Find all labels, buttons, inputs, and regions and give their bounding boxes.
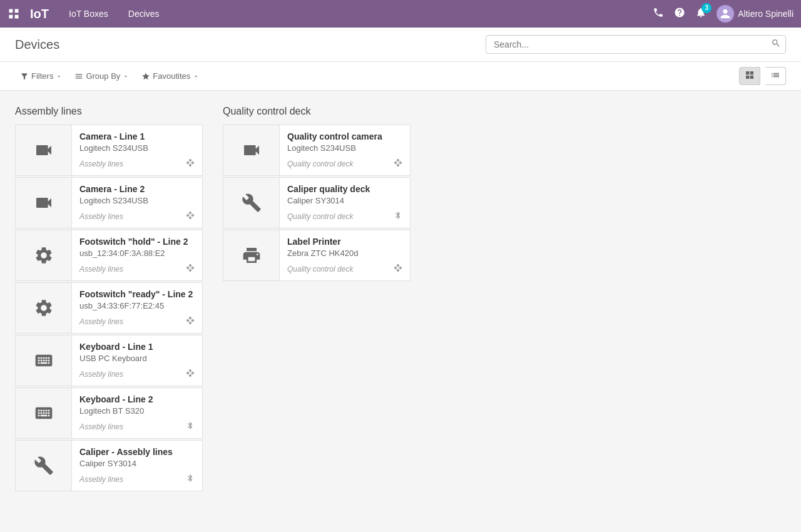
nav-decives[interactable]: Decives bbox=[123, 6, 165, 21]
device-footer: Assebly lines bbox=[79, 158, 195, 169]
device-link-icon[interactable] bbox=[186, 421, 195, 432]
device-footer: Assebly lines bbox=[79, 474, 195, 484]
view-list-button[interactable] bbox=[765, 67, 786, 85]
device-link-icon[interactable] bbox=[394, 211, 402, 222]
device-group: Assebly lines bbox=[79, 422, 123, 431]
device-icon-wrench bbox=[223, 178, 280, 228]
group-by-button[interactable]: Group By bbox=[69, 69, 134, 83]
favourites-button[interactable]: Favoutites bbox=[136, 69, 204, 83]
device-link-icon[interactable] bbox=[186, 211, 195, 222]
device-name: Caliper - Assebly lines bbox=[79, 447, 195, 457]
device-model: Logitech S234USB bbox=[287, 143, 402, 153]
user-avatar bbox=[717, 5, 734, 23]
device-link-icon[interactable] bbox=[186, 158, 195, 169]
filters-label: Filters bbox=[31, 71, 53, 81]
device-model: usb_34:33:6F:77:E2:45 bbox=[79, 301, 195, 310]
device-info: Camera - Line 2Logitech S234USBAssebly l… bbox=[72, 178, 202, 228]
device-icon-keyboard bbox=[16, 388, 72, 438]
device-name: Camera - Line 1 bbox=[79, 131, 195, 141]
device-model: Caliper SY3014 bbox=[79, 459, 195, 468]
nav-iot-boxes[interactable]: IoT Boxes bbox=[64, 6, 113, 21]
device-icon-camera bbox=[16, 125, 72, 175]
phone-icon[interactable] bbox=[653, 7, 664, 21]
help-icon[interactable] bbox=[674, 7, 685, 21]
device-group: Quality control deck bbox=[287, 265, 353, 274]
device-model: USB PC Keyboard bbox=[79, 354, 195, 363]
device-info: Quality control cameraLogitech S234USBQu… bbox=[280, 125, 410, 175]
device-info: Keyboard - Line 1USB PC KeyboardAssebly … bbox=[72, 335, 202, 386]
device-link-icon[interactable] bbox=[394, 158, 402, 169]
device-info: Keyboard - Line 2Logitech BT S320Assebly… bbox=[72, 388, 202, 438]
top-navigation: IoT IoT Boxes Decives 3 Altiero Spinelli bbox=[0, 0, 801, 28]
apps-menu-button[interactable] bbox=[8, 8, 20, 20]
device-group: Assebly lines bbox=[79, 475, 123, 484]
device-card[interactable]: Footswitch "ready" - Line 2usb_34:33:6F:… bbox=[15, 282, 203, 334]
toolbar: Filters Group By Favoutites bbox=[0, 62, 801, 91]
device-link-icon[interactable] bbox=[186, 263, 195, 274]
main-content: Assembly linesCamera - Line 1Logitech S2… bbox=[0, 91, 801, 508]
filters-button[interactable]: Filters bbox=[15, 69, 67, 83]
device-group: Assebly lines bbox=[79, 212, 123, 221]
device-footer: Quality control deck bbox=[287, 211, 402, 222]
topnav-right: 3 Altiero Spinelli bbox=[653, 5, 793, 23]
device-card[interactable]: Quality control cameraLogitech S234USBQu… bbox=[223, 125, 411, 176]
device-model: Logitech BT S320 bbox=[79, 406, 195, 416]
device-group: Assebly lines bbox=[79, 370, 123, 379]
user-menu[interactable]: Altiero Spinelli bbox=[717, 5, 793, 23]
device-card[interactable]: Keyboard - Line 2Logitech BT S320Assebly… bbox=[15, 387, 203, 439]
device-model: Logitech S234USB bbox=[79, 143, 195, 153]
device-card[interactable]: Caliper quality deckCaliper SY3014Qualit… bbox=[223, 177, 411, 228]
device-footer: Quality control deck bbox=[287, 263, 402, 274]
device-footer: Assebly lines bbox=[79, 211, 195, 222]
device-name: Label Printer bbox=[287, 237, 402, 247]
search-button[interactable] bbox=[771, 38, 781, 51]
group-by-label: Group By bbox=[86, 71, 120, 81]
device-name: Footswitch "ready" - Line 2 bbox=[79, 289, 195, 299]
device-footer: Quality control deck bbox=[287, 158, 402, 169]
device-icon-camera bbox=[223, 125, 280, 175]
section-quality-control: Quality control deckQuality control came… bbox=[223, 106, 411, 282]
device-icon-keyboard bbox=[16, 335, 72, 386]
device-icon-camera bbox=[16, 178, 72, 228]
section-title-assembly-lines: Assembly lines bbox=[15, 106, 203, 117]
device-icon-wrench bbox=[16, 441, 72, 491]
device-group: Quality control deck bbox=[287, 212, 353, 221]
search-wrapper bbox=[486, 35, 786, 54]
device-link-icon[interactable] bbox=[186, 369, 195, 379]
device-icon-gear bbox=[16, 230, 72, 280]
user-name: Altiero Spinelli bbox=[738, 9, 793, 19]
device-link-icon[interactable] bbox=[394, 263, 402, 274]
device-info: Caliper quality deckCaliper SY3014Qualit… bbox=[280, 178, 410, 228]
device-model: usb_12:34:0F:3A:88:E2 bbox=[79, 248, 195, 258]
device-footer: Assebly lines bbox=[79, 316, 195, 327]
device-footer: Assebly lines bbox=[79, 369, 195, 379]
device-model: Logitech S234USB bbox=[79, 196, 195, 205]
device-card[interactable]: Camera - Line 1Logitech S234USBAssebly l… bbox=[15, 125, 203, 176]
device-card[interactable]: Label PrinterZebra ZTC HK420dQuality con… bbox=[223, 230, 411, 281]
device-icon-printer bbox=[223, 230, 280, 280]
device-card[interactable]: Footswitch "hold" - Line 2usb_12:34:0F:3… bbox=[15, 230, 203, 281]
device-name: Keyboard - Line 1 bbox=[79, 342, 195, 352]
view-card-button[interactable] bbox=[739, 67, 760, 85]
device-footer: Assebly lines bbox=[79, 263, 195, 274]
device-info: Footswitch "hold" - Line 2usb_12:34:0F:3… bbox=[72, 230, 202, 280]
device-name: Keyboard - Line 2 bbox=[79, 394, 195, 404]
toolbar-right bbox=[739, 67, 786, 85]
device-card[interactable]: Caliper - Assebly linesCaliper SY3014Ass… bbox=[15, 440, 203, 491]
notifications-icon[interactable]: 3 bbox=[695, 7, 707, 21]
device-info: Label PrinterZebra ZTC HK420dQuality con… bbox=[280, 230, 410, 280]
favourites-label: Favoutites bbox=[153, 71, 190, 81]
device-model: Zebra ZTC HK420d bbox=[287, 248, 402, 258]
device-group: Quality control deck bbox=[287, 160, 353, 168]
device-info: Caliper - Assebly linesCaliper SY3014Ass… bbox=[72, 441, 202, 491]
device-card[interactable]: Keyboard - Line 1USB PC KeyboardAssebly … bbox=[15, 335, 203, 386]
device-group: Assebly lines bbox=[79, 317, 123, 326]
device-name: Quality control camera bbox=[287, 131, 402, 141]
page-title: Devices bbox=[15, 38, 59, 52]
device-card[interactable]: Camera - Line 2Logitech S234USBAssebly l… bbox=[15, 177, 203, 228]
device-link-icon[interactable] bbox=[186, 316, 195, 327]
notification-count: 3 bbox=[702, 3, 712, 13]
search-input[interactable] bbox=[486, 35, 786, 54]
device-name: Caliper quality deck bbox=[287, 184, 402, 194]
device-link-icon[interactable] bbox=[186, 474, 195, 484]
